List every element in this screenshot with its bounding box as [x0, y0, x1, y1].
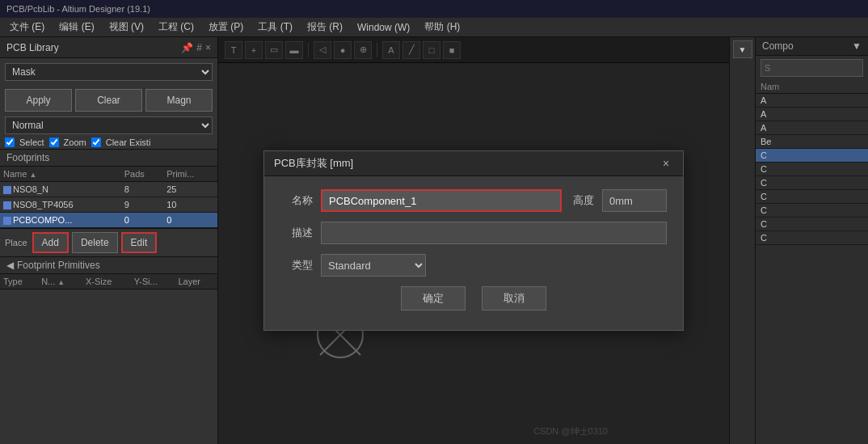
dialog-desc-input[interactable] [321, 222, 667, 244]
list-item[interactable]: A [756, 94, 868, 108]
far-right-name-col: Nam [761, 82, 779, 91]
title-text: PCB/PcbLib - Altium Designer (19.1) [6, 4, 150, 14]
prim-col-ysize[interactable]: Y-Si... [131, 274, 175, 290]
far-right-panel: Compo ▼ Nam A A A Be C C C C C C C [755, 37, 868, 444]
footprint-table: Name ▲ Pads Primi... NSO8_N 8 25 NSO8_TP… [0, 167, 217, 228]
dialog-close-button[interactable]: × [659, 156, 673, 171]
far-right-search-input[interactable] [761, 59, 863, 77]
dialog-desc-row: 描述 [280, 222, 667, 244]
menu-bar: 文件 (E) 编辑 (E) 视图 (V) 工程 (C) 放置 (P) 工具 (T… [0, 18, 868, 37]
col-prims[interactable]: Primi... [163, 167, 217, 182]
zoom-checkbox[interactable] [49, 137, 59, 147]
mask-select[interactable]: Mask [5, 63, 213, 81]
mask-row: Mask [0, 58, 217, 86]
panel-title: PCB Library [6, 42, 59, 53]
far-right-search [756, 56, 868, 80]
btn-row: Apply Clear Magn [0, 86, 217, 115]
menu-project[interactable]: 工程 (C) [152, 19, 200, 36]
panel-pin-icon[interactable]: 📌 [181, 42, 193, 53]
panel-title-bar: PCB Library 📌 # × [0, 37, 217, 58]
panel-close-icon[interactable]: × [205, 42, 211, 53]
title-bar: PCB/PcbLib - Altium Designer (19.1) [0, 0, 868, 18]
menu-report[interactable]: 报告 (R) [301, 19, 349, 36]
col-name[interactable]: Name ▲ [0, 167, 121, 182]
dialog-cancel-button[interactable]: 取消 [482, 286, 546, 311]
prim-col-n[interactable]: N... ▲ [38, 274, 82, 290]
magnify-button[interactable]: Magn [145, 89, 213, 112]
list-item[interactable]: Be [756, 135, 868, 149]
clear-existing-checkbox[interactable] [91, 137, 101, 147]
dialog-buttons: 确定 取消 [280, 286, 667, 317]
right-panel: ▼ [729, 37, 755, 444]
dialog-type-label: 类型 [280, 258, 313, 273]
list-item[interactable]: A [756, 108, 868, 121]
add-button[interactable]: Add [32, 232, 69, 253]
primitives-header: ◀ Footprint Primitives [0, 257, 217, 274]
dialog-type-select[interactable]: Standard Mechanical Graphical [321, 254, 426, 277]
clear-existing-label: Clear Existi [106, 137, 151, 147]
edit-button[interactable]: Edit [121, 232, 158, 253]
dialog-type-row: 类型 Standard Mechanical Graphical [280, 254, 667, 277]
primitives-section: ◀ Footprint Primitives Type N... ▲ X-Siz… [0, 256, 217, 290]
normal-row: Normal [0, 115, 217, 136]
list-item[interactable]: C [756, 176, 868, 190]
list-item[interactable]: C [756, 190, 868, 204]
prim-col-type[interactable]: Type [0, 274, 38, 290]
prim-col-xsize[interactable]: X-Size [82, 274, 131, 290]
sort-arrow-name: ▲ [29, 171, 36, 179]
dialog-name-input[interactable] [321, 189, 562, 212]
main-layout: PCB Library 📌 # × Mask Apply Clear Magn … [0, 37, 868, 444]
list-item[interactable]: A [756, 121, 868, 135]
select-label: Select [19, 137, 44, 147]
prim-col-layer[interactable]: Layer [175, 274, 217, 290]
dialog-desc-label: 描述 [280, 226, 313, 240]
panel-hash-icon: # [196, 42, 202, 53]
dialog-name-row: 名称 高度 [280, 189, 667, 212]
table-row-selected[interactable]: PCBCOMPO... 0 0 [0, 213, 217, 228]
zoom-label: Zoom [64, 137, 86, 147]
far-right-title: Compo [762, 40, 794, 52]
primitives-table: Type N... ▲ X-Size Y-Si... Layer [0, 274, 217, 290]
table-row[interactable]: NSO8_TP4056 9 10 [0, 197, 217, 213]
far-right-filter-icon[interactable]: ▼ [852, 40, 862, 52]
table-row[interactable]: NSO8_N 8 25 [0, 182, 217, 197]
row-icon [3, 217, 11, 225]
list-item[interactable]: C [756, 204, 868, 218]
menu-window[interactable]: Window (W) [351, 20, 416, 35]
menu-help[interactable]: 帮助 (H) [418, 19, 466, 36]
dialog-overlay: PCB库封装 [mm] × 名称 高度 描述 [218, 37, 729, 444]
col-pads[interactable]: Pads [121, 167, 163, 182]
select-checkbox[interactable] [5, 137, 15, 147]
panel-title-icons: 📌 # × [181, 42, 211, 53]
place-label: Place [5, 238, 27, 247]
footprints-section-header: Footprints [0, 149, 217, 167]
right-panel-filter[interactable]: ▼ [733, 40, 752, 58]
dialog-title-bar: PCB库封装 [mm] × [264, 151, 683, 176]
dialog-ok-button[interactable]: 确定 [401, 286, 466, 311]
center-area: T + ▭ ▬ ◁ ● ⊕ A ╱ □ ■ [218, 37, 729, 444]
list-item[interactable]: C [756, 218, 868, 231]
action-row: Place Add Delete Edit [0, 228, 217, 256]
list-item[interactable]: C [756, 231, 868, 245]
normal-select[interactable]: Normal [5, 116, 213, 134]
menu-edit[interactable]: 编辑 (E) [53, 19, 100, 36]
menu-tools[interactable]: 工具 (T) [251, 19, 299, 36]
list-item[interactable]: C [756, 163, 868, 176]
footprints-label: Footprints [6, 152, 49, 163]
dialog: PCB库封装 [mm] × 名称 高度 描述 [263, 150, 684, 331]
menu-file[interactable]: 文件 (E) [3, 19, 51, 36]
delete-button[interactable]: Delete [72, 232, 118, 253]
primitives-label: Footprint Primitives [17, 260, 100, 271]
dialog-height-input[interactable] [602, 189, 667, 212]
dialog-body: 名称 高度 描述 类型 Standard [264, 176, 683, 330]
list-item-selected[interactable]: C [756, 149, 868, 163]
clear-button[interactable]: Clear [75, 89, 142, 112]
menu-place[interactable]: 放置 (P) [202, 19, 250, 36]
apply-button[interactable]: Apply [5, 89, 72, 112]
row-icon [3, 201, 11, 209]
row-icon [3, 186, 11, 194]
checkbox-row: Select Zoom Clear Existi [0, 136, 217, 149]
triangle-icon: ◀ [6, 260, 14, 271]
far-right-header: Compo ▼ [756, 37, 868, 56]
menu-view[interactable]: 视图 (V) [103, 19, 150, 36]
